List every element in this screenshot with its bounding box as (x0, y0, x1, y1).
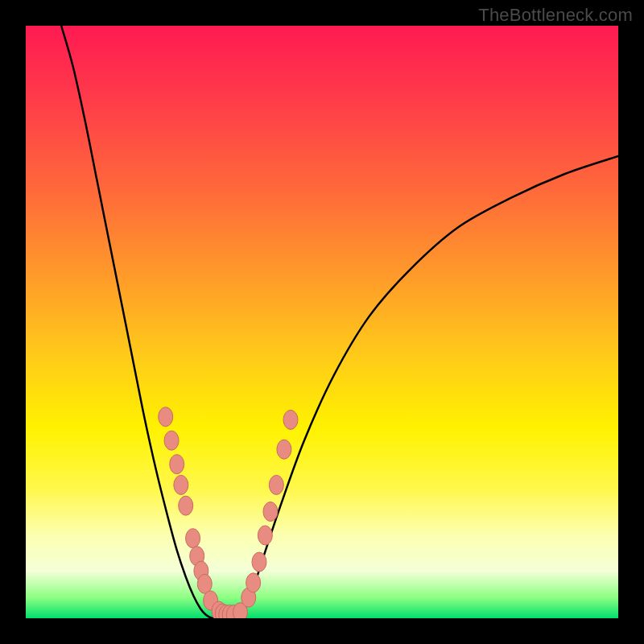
data-marker (277, 440, 291, 459)
data-markers (159, 407, 298, 618)
data-marker (258, 526, 272, 545)
plot-area (26, 26, 618, 618)
data-marker (252, 552, 266, 572)
data-marker (246, 573, 261, 592)
data-marker (186, 529, 200, 548)
data-marker (283, 410, 298, 429)
chart-stage: TheBottleneck.com (0, 0, 644, 644)
data-marker (170, 455, 184, 474)
data-marker (159, 407, 173, 427)
data-marker (269, 475, 283, 494)
watermark-text: TheBottleneck.com (478, 5, 633, 26)
data-marker (263, 502, 278, 522)
data-marker (164, 431, 179, 450)
bottleneck-curve (61, 26, 618, 618)
chart-svg (26, 26, 618, 618)
data-marker (174, 475, 188, 494)
data-marker (179, 496, 193, 515)
